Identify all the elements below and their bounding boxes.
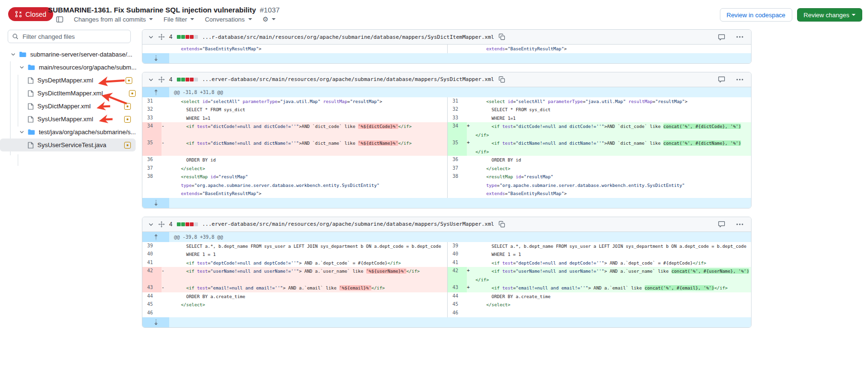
expand-up-button[interactable] <box>142 87 169 97</box>
diff-side: 46 <box>447 309 752 318</box>
code-cell: <if test="dictName!=null and dictName!='… <box>475 139 752 156</box>
copy-path-icon[interactable] <box>498 34 505 40</box>
code-cell: <select id="selectAll" parameterType="ja… <box>169 97 447 106</box>
comment-icon[interactable] <box>718 34 725 41</box>
line-number[interactable]: 33 <box>142 114 162 123</box>
sidebar-toggle-button[interactable] <box>56 16 63 23</box>
line-number[interactable]: 35 <box>142 139 162 156</box>
tree-folder-main-resources-org-apache-subm-[interactable]: main/resources/org/apache/subm... <box>0 61 136 74</box>
kebab-menu-icon[interactable] <box>736 79 743 81</box>
collapse-chevron-icon[interactable] <box>148 77 154 82</box>
line-number[interactable]: 37 <box>142 164 162 173</box>
line-number[interactable]: 35 <box>448 139 467 156</box>
review-in-codespace-button[interactable]: Review in codespace <box>720 8 792 22</box>
line-number[interactable]: 46 <box>142 309 162 318</box>
line-number[interactable]: 36 <box>142 156 162 164</box>
diff-settings-dropdown[interactable]: ⚙ <box>263 15 276 23</box>
sidebar-file-sysdictmapper-xml[interactable]: SysDictMapper.xml <box>0 100 136 113</box>
line-number[interactable] <box>142 45 162 53</box>
line-number[interactable]: 45 <box>448 301 467 309</box>
tree-folder-test-java-org-apache-submarine-s-[interactable]: test/java/org/apache/submarine/s... <box>0 126 136 139</box>
line-number[interactable]: 42 <box>142 267 162 284</box>
diff-marker: - <box>162 122 169 139</box>
file-annotation-marker-icon[interactable] <box>129 90 136 97</box>
diffstat-add-block <box>181 35 185 39</box>
line-number[interactable]: 43 <box>448 284 467 292</box>
code-cell: ORDER BY id <box>475 156 752 164</box>
drag-handle-icon[interactable] <box>158 221 165 228</box>
line-number[interactable]: 32 <box>142 105 162 114</box>
review-changes-button[interactable]: Review changes <box>797 8 862 22</box>
line-number[interactable]: 36 <box>448 156 467 164</box>
drag-handle-icon[interactable] <box>158 76 165 83</box>
kebab-menu-icon[interactable] <box>736 223 743 225</box>
file-path: ...erver-database/src/main/resources/org… <box>202 76 494 82</box>
expand-down-button[interactable] <box>142 317 169 327</box>
sidebar-file-sysusermapper-xml[interactable]: SysUserMapper.xml <box>0 113 136 126</box>
line-number[interactable]: 34 <box>142 122 162 139</box>
hunk-row: @@ -39,8 +39,8 @@ <box>142 232 751 242</box>
line-number[interactable]: 39 <box>448 242 467 251</box>
line-number[interactable]: 46 <box>448 309 467 318</box>
comment-icon[interactable] <box>718 76 725 83</box>
file-annotation-marker-icon[interactable] <box>124 103 131 110</box>
line-number[interactable]: 45 <box>142 301 162 309</box>
line-number[interactable]: 42 <box>448 267 467 284</box>
code-cell: <if test="deptCode!=null and deptCode!='… <box>169 259 447 267</box>
line-number[interactable]: 31 <box>142 97 162 106</box>
conversations-dropdown[interactable]: Conversations <box>205 16 252 23</box>
diff-marker <box>467 45 475 53</box>
diff-panel: 4 ...r-database/src/main/resources/org/a… <box>142 29 752 64</box>
line-number[interactable]: 34 <box>448 122 467 139</box>
line-number[interactable]: 44 <box>142 292 162 301</box>
diff-row: 38 + <resultMap id="resultMap" type="org… <box>142 173 751 198</box>
drag-handle-icon[interactable] <box>158 34 165 40</box>
sidebar-file-sysuserservicetest-java[interactable]: SysUserServiceTest.java <box>0 139 136 151</box>
chevron-down-icon[interactable] <box>19 129 24 135</box>
line-number[interactable] <box>448 45 467 53</box>
line-number[interactable]: 43 <box>142 284 162 292</box>
line-number[interactable]: 38 <box>448 173 467 198</box>
diff-marker <box>467 292 475 301</box>
code-cell <box>475 309 752 318</box>
sidebar-file-sysdeptmapper-xml[interactable]: SysDeptMapper.xml <box>0 74 136 87</box>
chevron-down-icon[interactable] <box>19 65 24 70</box>
code-cell: <if test="dictCode!=null and dictCode!='… <box>475 122 752 139</box>
diff-file-header: 4 ...r-database/src/main/resources/org/a… <box>142 30 751 45</box>
diff-row: 42 - <if test="userName!=null and userNa… <box>142 267 751 284</box>
diff-marker <box>467 105 475 114</box>
tree-item-label: SysDictItemMapper.xml <box>37 90 103 97</box>
copy-path-icon[interactable] <box>498 221 505 228</box>
line-number[interactable]: 40 <box>448 250 467 259</box>
line-number[interactable]: 32 <box>448 105 467 114</box>
diff-side: 32 SELECT * FROM sys_dict <box>142 105 447 114</box>
expand-down-button[interactable] <box>142 53 169 63</box>
tree-folder-submarine-server-server-database-[interactable]: submarine-server/server-database/... <box>0 48 136 61</box>
collapse-chevron-icon[interactable] <box>148 221 154 227</box>
line-number[interactable]: 41 <box>142 259 162 267</box>
sidebar-file-sysdictitemmapper-xml[interactable]: SysDictItemMapper.xml <box>0 87 136 100</box>
line-number[interactable]: 31 <box>448 97 467 106</box>
file-filter-dropdown[interactable]: File filter <box>163 16 194 23</box>
expand-down-button[interactable] <box>142 198 169 208</box>
line-number[interactable]: 38 <box>142 173 162 198</box>
changes-from-dropdown[interactable]: Changes from all commits <box>74 16 153 23</box>
expand-up-button[interactable] <box>142 232 169 242</box>
code-cell: WHERE 1 = 1 <box>475 250 752 259</box>
line-number[interactable]: 44 <box>448 292 467 301</box>
filter-changed-files-input[interactable] <box>8 30 131 43</box>
collapse-chevron-icon[interactable] <box>148 34 154 40</box>
kebab-menu-icon[interactable] <box>736 36 743 38</box>
copy-path-icon[interactable] <box>498 76 505 83</box>
comment-icon[interactable] <box>718 220 725 228</box>
line-number[interactable]: 37 <box>448 164 467 173</box>
line-number[interactable]: 39 <box>142 242 162 251</box>
file-annotation-marker-icon[interactable] <box>124 116 131 123</box>
line-number[interactable]: 33 <box>448 114 467 123</box>
file-annotation-marker-icon[interactable] <box>126 77 132 84</box>
file-annotation-marker-icon[interactable] <box>124 142 131 149</box>
chevron-down-icon[interactable] <box>11 52 16 57</box>
code-cell: + <resultMap id="resultMap" type="org.ap… <box>169 173 447 198</box>
line-number[interactable]: 40 <box>142 250 162 259</box>
line-number[interactable]: 41 <box>448 259 467 267</box>
